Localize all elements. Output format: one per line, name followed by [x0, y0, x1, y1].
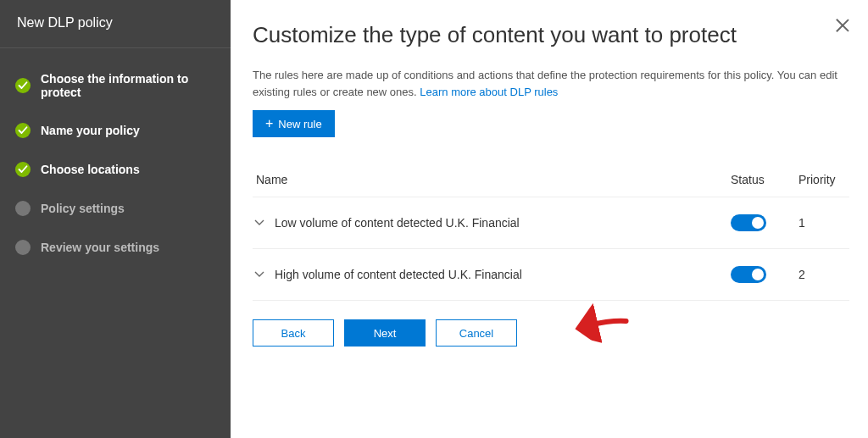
- new-rule-label: New rule: [278, 118, 321, 130]
- step-label: Review your settings: [41, 241, 159, 254]
- check-icon: [15, 78, 31, 93]
- col-header-status: Status: [731, 173, 798, 186]
- dot-icon: [15, 201, 31, 216]
- step-policy-settings[interactable]: Policy settings: [0, 189, 231, 228]
- main-panel: Customize the type of content you want t…: [231, 0, 868, 438]
- dot-icon: [15, 240, 31, 255]
- step-choose-locations[interactable]: Choose locations: [0, 150, 231, 189]
- plus-icon: +: [265, 117, 273, 130]
- wizard-footer: Back Next Cancel: [253, 319, 849, 347]
- col-header-name: Name: [253, 173, 731, 186]
- cancel-button[interactable]: Cancel: [436, 319, 517, 347]
- priority-value: 1: [798, 216, 849, 230]
- col-header-priority: Priority: [798, 173, 849, 186]
- step-name-policy[interactable]: Name your policy: [0, 111, 231, 150]
- next-button[interactable]: Next: [344, 319, 426, 347]
- table-header: Name Status Priority: [253, 173, 849, 197]
- check-icon: [15, 162, 31, 177]
- rule-name: Low volume of content detected U.K. Fina…: [275, 216, 731, 230]
- page-title: Customize the type of content you want t…: [253, 22, 849, 48]
- new-rule-button[interactable]: + New rule: [253, 110, 335, 137]
- learn-more-link[interactable]: Learn more about DLP rules: [420, 86, 558, 98]
- step-choose-info[interactable]: Choose the information to protect: [0, 60, 231, 111]
- step-label: Choose the information to protect: [41, 72, 215, 99]
- status-toggle[interactable]: [731, 214, 766, 231]
- table-row: Low volume of content detected U.K. Fina…: [253, 197, 849, 249]
- priority-value: 2: [798, 268, 849, 281]
- chevron-down-icon[interactable]: [253, 268, 266, 281]
- step-label: Choose locations: [41, 163, 140, 176]
- rule-name: High volume of content detected U.K. Fin…: [275, 268, 731, 281]
- check-icon: [15, 123, 31, 138]
- close-icon[interactable]: [834, 17, 851, 34]
- status-toggle[interactable]: [731, 266, 766, 283]
- step-label: Policy settings: [41, 202, 125, 215]
- table-row: High volume of content detected U.K. Fin…: [253, 249, 849, 301]
- wizard-sidebar: New DLP policy Choose the information to…: [0, 0, 231, 438]
- wizard-steps: Choose the information to protect Name y…: [0, 48, 231, 267]
- rules-table: Name Status Priority Low volume of conte…: [253, 173, 849, 301]
- sidebar-title: New DLP policy: [0, 0, 231, 48]
- back-button[interactable]: Back: [253, 319, 334, 347]
- chevron-down-icon[interactable]: [253, 216, 266, 230]
- step-label: Name your policy: [41, 124, 140, 137]
- step-review[interactable]: Review your settings: [0, 228, 231, 267]
- page-description: The rules here are made up of conditions…: [253, 67, 846, 100]
